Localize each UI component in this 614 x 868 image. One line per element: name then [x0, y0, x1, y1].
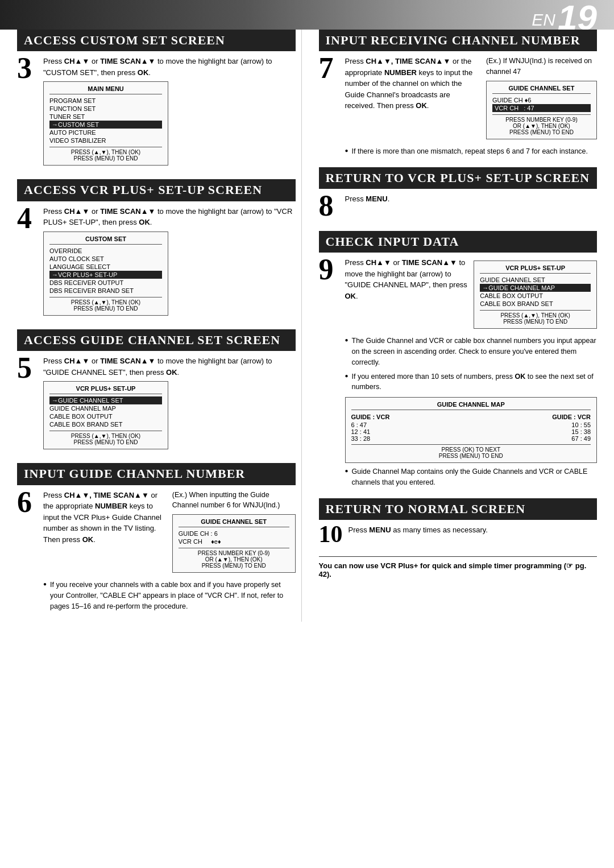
step6-ex-note: (Ex.) When inputting the Guide Channel n… — [172, 490, 296, 511]
step3-content: Press CH▲▼ or TIME SCAN▲▼ to move the hi… — [43, 56, 296, 169]
step5-row: 5 Press CH▲▼ or TIME SCAN▲▼ to move the … — [17, 356, 296, 453]
section-step10: RETURN TO NORMAL SCREEN 10 Press MENU as… — [319, 498, 598, 546]
step9-row: 9 Press CH▲▼ or TIME SCAN▲▼ to move the … — [319, 257, 598, 487]
step7-bullet: If there is more than one mismatch, repe… — [345, 146, 598, 157]
step9-content: Press CH▲▼ or TIME SCAN▲▼ to move the hi… — [345, 257, 598, 487]
step9-bullet3: Guide Channel Map contains only the Guid… — [345, 466, 598, 488]
step10-row: 10 Press MENU as many times as necessary… — [319, 524, 598, 546]
step9-bullet2: If you entered more than 10 sets of numb… — [345, 371, 598, 393]
step7-content: Press CH▲▼, TIME SCAN▲▼ or the appropria… — [345, 56, 598, 156]
step3-number: 3 — [17, 53, 38, 83]
section-step4: ACCESS VCR PLUS+ SET-UP SCREEN 4 Press C… — [17, 179, 296, 319]
step9-number: 9 — [319, 255, 339, 284]
step4-row: 4 Press CH▲▼ or TIME SCAN▲▼ to move the … — [17, 206, 296, 319]
step9-screen-top: VCR PLUS+ SET-UP GUIDE CHANNEL SET →GUID… — [474, 261, 597, 329]
step6-number: 6 — [17, 487, 38, 517]
section-step6: INPUT GUIDE CHANNEL NUMBER 6 Press CH▲▼,… — [17, 463, 296, 611]
section-header-step10: RETURN TO NORMAL SCREEN — [319, 498, 598, 520]
main-content: ACCESS CUSTOM SET SCREEN 3 Press CH▲▼ or… — [0, 30, 614, 633]
step7-ex-note: (Ex.) If WNJU(Ind.) is received on chann… — [486, 56, 597, 77]
left-column: ACCESS CUSTOM SET SCREEN 3 Press CH▲▼ or… — [17, 30, 302, 622]
step9-screen-bottom: GUIDE CHANNEL MAP GUIDE : VCR GUIDE : VC… — [345, 397, 598, 463]
section-header-step9: CHECK INPUT DATA — [319, 231, 598, 253]
step4-screen: CUSTOM SET OVERRIDE AUTO CLOCK SET LANGU… — [43, 232, 168, 316]
step5-text: Press CH▲▼ or TIME SCAN▲▼ to move the hi… — [43, 356, 296, 378]
step7-row: 7 Press CH▲▼, TIME SCAN▲▼ or the appropr… — [319, 56, 598, 156]
step9-text: Press CH▲▼ or TIME SCAN▲▼ to move the hi… — [345, 257, 468, 301]
section-step9: CHECK INPUT DATA 9 Press CH▲▼ or TIME SC… — [319, 231, 598, 488]
step6-text-left: Press CH▲▼, TIME SCAN▲▼ or the appropria… — [43, 490, 167, 545]
step3-screen: MAIN MENU PROGRAM SET FUNCTION SET TUNER… — [43, 81, 168, 166]
section-step3: ACCESS CUSTOM SET SCREEN 3 Press CH▲▼ or… — [17, 30, 296, 169]
step7-text-left: Press CH▲▼, TIME SCAN▲▼ or the appropria… — [345, 56, 480, 111]
section-step8: RETURN TO VCR PLUS+ SET-UP SCREEN 8 Pres… — [319, 167, 598, 221]
step8-row: 8 Press MENU. — [319, 193, 598, 221]
step7-screen: GUIDE CHANNEL SET GUIDE CH ♦6 VCR CH : 4… — [486, 81, 597, 139]
step7-number: 7 — [319, 53, 339, 83]
section-header-step4: ACCESS VCR PLUS+ SET-UP SCREEN — [17, 179, 296, 201]
section-header-step3: ACCESS CUSTOM SET SCREEN — [17, 30, 296, 51]
footer-note: You can now use VCR Plus+ for quick and … — [319, 556, 598, 578]
en-label: EN — [532, 10, 555, 30]
step8-content: Press MENU. — [345, 193, 598, 208]
section-header-step5: ACCESS GUIDE CHANNEL SET SCREEN — [17, 329, 296, 351]
right-column: INPUT RECEIVING CHANNEL NUMBER 7 Press C… — [313, 30, 598, 622]
step3-text: Press CH▲▼ or TIME SCAN▲▼ to move the hi… — [43, 56, 296, 78]
step9-bullet1: The Guide Channel and VCR or cable box c… — [345, 336, 598, 367]
step10-number: 10 — [319, 522, 343, 546]
step10-content: Press MENU as many times as necessary. — [349, 524, 598, 539]
step5-screen: VCR PLUS+ SET-UP →GUIDE CHANNEL SET GUID… — [43, 381, 168, 449]
step6-screen: GUIDE CHANNEL SET GUIDE CH : 6 VCR CH ♦e… — [172, 514, 296, 573]
section-header-step8: RETURN TO VCR PLUS+ SET-UP SCREEN — [319, 167, 598, 189]
step8-number: 8 — [319, 191, 339, 221]
step5-content: Press CH▲▼ or TIME SCAN▲▼ to move the hi… — [43, 356, 296, 453]
step4-content: Press CH▲▼ or TIME SCAN▲▼ to move the hi… — [43, 206, 296, 319]
step4-text: Press CH▲▼ or TIME SCAN▲▼ to move the hi… — [43, 206, 296, 228]
section-header-step6: INPUT GUIDE CHANNEL NUMBER — [17, 463, 296, 485]
step8-text: Press MENU. — [345, 193, 598, 205]
step6-bullet: If you receive your channels with a cabl… — [43, 580, 296, 611]
step6-content: Press CH▲▼, TIME SCAN▲▼ or the appropria… — [43, 490, 296, 612]
section-step5: ACCESS GUIDE CHANNEL SET SCREEN 5 Press … — [17, 329, 296, 453]
step4-number: 4 — [17, 204, 38, 233]
step6-row: 6 Press CH▲▼, TIME SCAN▲▼ or the appropr… — [17, 490, 296, 612]
step5-number: 5 — [17, 353, 38, 383]
section-header-step7: INPUT RECEIVING CHANNEL NUMBER — [319, 30, 598, 51]
section-step7: INPUT RECEIVING CHANNEL NUMBER 7 Press C… — [319, 30, 598, 157]
step10-text: Press MENU as many times as necessary. — [349, 524, 598, 536]
step3-row: 3 Press CH▲▼ or TIME SCAN▲▼ to move the … — [17, 56, 296, 169]
top-bar: EN 19 — [0, 0, 614, 30]
